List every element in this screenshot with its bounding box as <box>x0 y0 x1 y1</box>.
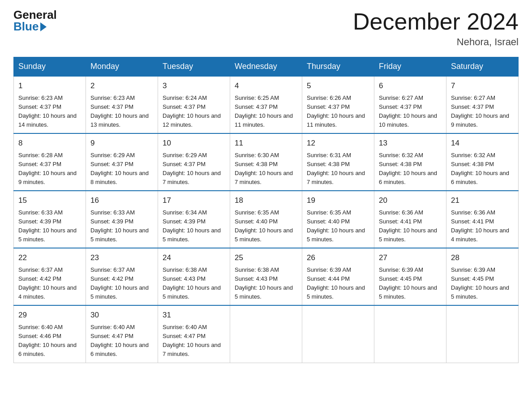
calendar-cell <box>374 305 446 363</box>
day-number: 4 <box>235 80 297 92</box>
calendar-cell: 20Sunrise: 6:36 AMSunset: 4:41 PMDayligh… <box>374 191 446 248</box>
day-info: Sunrise: 6:40 AMSunset: 4:46 PMDaylight:… <box>18 323 81 359</box>
calendar-cell: 12Sunrise: 6:31 AMSunset: 4:38 PMDayligh… <box>302 133 374 191</box>
day-info: Sunrise: 6:36 AMSunset: 4:41 PMDaylight:… <box>379 208 442 244</box>
day-number: 15 <box>18 195 81 206</box>
day-info: Sunrise: 6:38 AMSunset: 4:43 PMDaylight:… <box>235 265 297 302</box>
day-info: Sunrise: 6:29 AMSunset: 4:37 PMDaylight:… <box>90 151 153 187</box>
day-info: Sunrise: 6:39 AMSunset: 4:44 PMDaylight:… <box>307 265 369 302</box>
calendar-week-row: 8Sunrise: 6:28 AMSunset: 4:37 PMDaylight… <box>14 133 519 191</box>
calendar-cell <box>302 305 374 363</box>
calendar-cell: 26Sunrise: 6:39 AMSunset: 4:44 PMDayligh… <box>302 248 374 305</box>
calendar-week-row: 15Sunrise: 6:33 AMSunset: 4:39 PMDayligh… <box>14 191 519 248</box>
day-info: Sunrise: 6:37 AMSunset: 4:42 PMDaylight:… <box>90 265 153 302</box>
calendar-cell <box>446 305 519 363</box>
day-number: 12 <box>307 137 369 149</box>
day-number: 6 <box>379 80 442 92</box>
day-number: 26 <box>307 252 369 264</box>
day-number: 11 <box>235 137 297 149</box>
day-info: Sunrise: 6:33 AMSunset: 4:39 PMDaylight:… <box>90 208 153 244</box>
day-info: Sunrise: 6:35 AMSunset: 4:40 PMDaylight:… <box>235 208 297 244</box>
calendar-week-row: 1Sunrise: 6:23 AMSunset: 4:37 PMDaylight… <box>14 76 519 133</box>
day-info: Sunrise: 6:25 AMSunset: 4:37 PMDaylight:… <box>235 94 297 130</box>
calendar-cell: 9Sunrise: 6:29 AMSunset: 4:37 PMDaylight… <box>86 133 158 191</box>
calendar-cell: 30Sunrise: 6:40 AMSunset: 4:47 PMDayligh… <box>86 305 158 363</box>
calendar-cell: 13Sunrise: 6:32 AMSunset: 4:38 PMDayligh… <box>374 133 446 191</box>
day-info: Sunrise: 6:35 AMSunset: 4:40 PMDaylight:… <box>307 208 369 244</box>
day-info: Sunrise: 6:32 AMSunset: 4:38 PMDaylight:… <box>451 151 514 187</box>
day-number: 14 <box>451 137 514 149</box>
calendar-cell: 29Sunrise: 6:40 AMSunset: 4:46 PMDayligh… <box>14 305 86 363</box>
day-number: 25 <box>235 252 297 264</box>
calendar-cell: 21Sunrise: 6:36 AMSunset: 4:41 PMDayligh… <box>446 191 519 248</box>
day-number: 1 <box>18 80 81 92</box>
day-info: Sunrise: 6:40 AMSunset: 4:47 PMDaylight:… <box>163 323 225 359</box>
calendar-cell: 18Sunrise: 6:35 AMSunset: 4:40 PMDayligh… <box>230 191 302 248</box>
day-number: 23 <box>90 252 153 264</box>
day-info: Sunrise: 6:24 AMSunset: 4:37 PMDaylight:… <box>163 94 225 130</box>
calendar-cell: 22Sunrise: 6:37 AMSunset: 4:42 PMDayligh… <box>14 248 86 305</box>
day-info: Sunrise: 6:29 AMSunset: 4:37 PMDaylight:… <box>163 151 225 187</box>
calendar-cell: 4Sunrise: 6:25 AMSunset: 4:37 PMDaylight… <box>230 76 302 133</box>
day-number: 22 <box>18 252 81 264</box>
calendar-cell: 10Sunrise: 6:29 AMSunset: 4:37 PMDayligh… <box>158 133 230 191</box>
calendar-cell: 23Sunrise: 6:37 AMSunset: 4:42 PMDayligh… <box>86 248 158 305</box>
calendar-cell: 5Sunrise: 6:26 AMSunset: 4:37 PMDaylight… <box>302 76 374 133</box>
day-number: 28 <box>451 252 514 264</box>
col-header-tuesday: Tuesday <box>158 57 230 77</box>
calendar-cell: 3Sunrise: 6:24 AMSunset: 4:37 PMDaylight… <box>158 76 230 133</box>
day-number: 5 <box>307 80 369 92</box>
day-number: 27 <box>379 252 442 264</box>
day-info: Sunrise: 6:28 AMSunset: 4:37 PMDaylight:… <box>18 151 81 187</box>
calendar-cell: 16Sunrise: 6:33 AMSunset: 4:39 PMDayligh… <box>86 191 158 248</box>
day-number: 9 <box>90 137 153 149</box>
day-number: 10 <box>163 137 225 149</box>
calendar-cell: 25Sunrise: 6:38 AMSunset: 4:43 PMDayligh… <box>230 248 302 305</box>
col-header-sunday: Sunday <box>14 57 86 77</box>
calendar-cell: 15Sunrise: 6:33 AMSunset: 4:39 PMDayligh… <box>14 191 86 248</box>
day-number: 21 <box>451 195 514 206</box>
calendar-week-row: 22Sunrise: 6:37 AMSunset: 4:42 PMDayligh… <box>14 248 519 305</box>
day-info: Sunrise: 6:34 AMSunset: 4:39 PMDaylight:… <box>163 208 225 244</box>
day-info: Sunrise: 6:36 AMSunset: 4:41 PMDaylight:… <box>451 208 514 244</box>
calendar-cell: 6Sunrise: 6:27 AMSunset: 4:37 PMDaylight… <box>374 76 446 133</box>
day-info: Sunrise: 6:26 AMSunset: 4:37 PMDaylight:… <box>307 94 369 130</box>
day-info: Sunrise: 6:27 AMSunset: 4:37 PMDaylight:… <box>379 94 442 130</box>
calendar-cell: 1Sunrise: 6:23 AMSunset: 4:37 PMDaylight… <box>14 76 86 133</box>
calendar-cell: 8Sunrise: 6:28 AMSunset: 4:37 PMDaylight… <box>14 133 86 191</box>
header-row: SundayMondayTuesdayWednesdayThursdayFrid… <box>14 57 519 77</box>
calendar-cell: 19Sunrise: 6:35 AMSunset: 4:40 PMDayligh… <box>302 191 374 248</box>
calendar-cell: 14Sunrise: 6:32 AMSunset: 4:38 PMDayligh… <box>446 133 519 191</box>
calendar-cell: 27Sunrise: 6:39 AMSunset: 4:45 PMDayligh… <box>374 248 446 305</box>
calendar-cell: 28Sunrise: 6:39 AMSunset: 4:45 PMDayligh… <box>446 248 519 305</box>
day-number: 2 <box>90 80 153 92</box>
col-header-thursday: Thursday <box>302 57 374 77</box>
day-number: 7 <box>451 80 514 92</box>
day-info: Sunrise: 6:31 AMSunset: 4:38 PMDaylight:… <box>307 151 369 187</box>
day-info: Sunrise: 6:39 AMSunset: 4:45 PMDaylight:… <box>451 265 514 302</box>
calendar-table: SundayMondayTuesdayWednesdayThursdayFrid… <box>13 57 519 363</box>
calendar-cell: 31Sunrise: 6:40 AMSunset: 4:47 PMDayligh… <box>158 305 230 363</box>
day-number: 17 <box>163 195 225 206</box>
col-header-saturday: Saturday <box>446 57 519 77</box>
logo-general-text: General <box>13 9 57 21</box>
page-header: General Blue December 2024 Nehora, Israe… <box>13 9 519 48</box>
day-number: 24 <box>163 252 225 264</box>
day-number: 18 <box>235 195 297 206</box>
calendar-title: December 2024 <box>353 9 519 34</box>
col-header-friday: Friday <box>374 57 446 77</box>
title-block: December 2024 Nehora, Israel <box>353 9 519 48</box>
day-info: Sunrise: 6:32 AMSunset: 4:38 PMDaylight:… <box>379 151 442 187</box>
logo: General Blue <box>13 9 57 32</box>
logo-blue-text: Blue <box>13 21 47 32</box>
calendar-subtitle: Nehora, Israel <box>353 36 519 48</box>
col-header-monday: Monday <box>86 57 158 77</box>
day-info: Sunrise: 6:38 AMSunset: 4:43 PMDaylight:… <box>163 265 225 302</box>
col-header-wednesday: Wednesday <box>230 57 302 77</box>
day-info: Sunrise: 6:27 AMSunset: 4:37 PMDaylight:… <box>451 94 514 130</box>
calendar-cell: 24Sunrise: 6:38 AMSunset: 4:43 PMDayligh… <box>158 248 230 305</box>
calendar-cell: 11Sunrise: 6:30 AMSunset: 4:38 PMDayligh… <box>230 133 302 191</box>
day-info: Sunrise: 6:40 AMSunset: 4:47 PMDaylight:… <box>90 323 153 359</box>
day-info: Sunrise: 6:33 AMSunset: 4:39 PMDaylight:… <box>18 208 81 244</box>
calendar-cell <box>230 305 302 363</box>
